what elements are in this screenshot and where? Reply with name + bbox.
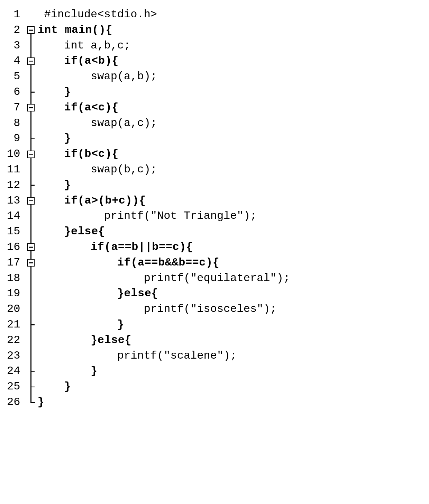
line-number: 15 (7, 224, 20, 240)
code-line: if(a==b||b==c){ (37, 240, 290, 255)
gutter-cell (26, 7, 37, 22)
code-area: #include<stdio.h>int main(){ int a,b,c; … (37, 7, 290, 410)
gutter-cell (26, 38, 37, 54)
line-number: 18 (7, 271, 20, 286)
code-text-span: swap(a,c); (37, 117, 157, 129)
fold-toggle-icon[interactable] (27, 26, 35, 34)
code-text-span (37, 132, 64, 145)
code-line: printf("scalene"); (37, 348, 290, 364)
code-line: } (37, 363, 290, 379)
code-line: }else{ (37, 333, 290, 348)
code-keyword-span: if(a==b||b==c){ (91, 241, 193, 253)
gutter-cell (26, 317, 37, 333)
code-line: } (37, 395, 290, 410)
code-keyword-span: } (64, 86, 71, 98)
line-number: 8 (7, 116, 20, 131)
code-line: printf("Not Triangle"); (37, 208, 290, 224)
code-text-span (37, 334, 91, 346)
line-number: 23 (7, 348, 20, 364)
line-number: 14 (7, 208, 20, 224)
code-keyword-span: }else{ (91, 334, 131, 346)
gutter-cell (26, 302, 37, 317)
gutter-cell (26, 224, 37, 240)
code-line: if(a==b&&b==c){ (37, 255, 290, 271)
line-number: 4 (7, 53, 20, 69)
gutter-cell (26, 286, 37, 302)
code-line: } (37, 131, 290, 146)
code-line: if(b<c){ (37, 146, 290, 162)
code-text-span (37, 241, 91, 253)
gutter-cell (26, 146, 37, 162)
code-keyword-span: } (117, 318, 124, 331)
line-number-gutter: 1234567891011121314151617181920212223242… (7, 7, 26, 410)
code-text-span (37, 194, 64, 207)
code-text-span: printf("isosceles"); (37, 303, 276, 315)
gutter-cell (26, 131, 37, 146)
code-text-span: int a,b,c; (37, 39, 130, 52)
code-line: if(a<b){ (37, 53, 290, 69)
code-line: printf("isosceles"); (37, 302, 290, 317)
code-editor: 1234567891011121314151617181920212223242… (7, 7, 422, 410)
code-text-span (37, 318, 117, 331)
code-text-span (37, 101, 64, 114)
code-keyword-span: if(a<b){ (64, 54, 119, 67)
code-keyword-span: }else{ (117, 287, 158, 300)
code-text-span (37, 86, 64, 98)
code-text-span (37, 287, 117, 300)
gutter-cell (26, 395, 37, 410)
code-text-span (37, 380, 64, 393)
line-number: 22 (7, 333, 20, 348)
code-text-span (37, 364, 91, 377)
fold-toggle-icon[interactable] (27, 57, 35, 65)
fold-toggle-icon[interactable] (27, 151, 35, 158)
line-number: 24 (7, 363, 20, 379)
line-number: 17 (7, 255, 20, 271)
code-line: swap(b,c); (37, 162, 290, 178)
line-number: 12 (7, 178, 20, 193)
code-line: printf("equilateral"); (37, 271, 290, 286)
gutter-cell (26, 100, 37, 116)
code-text-span (37, 147, 64, 160)
code-keyword-span: if(b<c){ (64, 147, 119, 160)
gutter-cell (26, 208, 37, 224)
line-number: 2 (7, 22, 20, 38)
code-line: } (37, 317, 290, 333)
gutter-cell (26, 271, 37, 286)
fold-toggle-icon[interactable] (27, 197, 35, 205)
code-keyword-span: }else{ (64, 225, 105, 238)
code-line: swap(a,b); (37, 69, 290, 84)
fold-toggle-icon[interactable] (27, 259, 35, 267)
line-number: 9 (7, 131, 20, 146)
gutter-cell (26, 84, 37, 100)
fold-toggle-icon[interactable] (27, 243, 35, 251)
code-text-span: printf("equilateral"); (37, 272, 290, 285)
gutter-cell (26, 255, 37, 271)
code-text-span (37, 225, 64, 238)
code-keyword-span: if(a<c){ (64, 101, 119, 114)
code-line: if(a>(b+c)){ (37, 193, 290, 209)
line-number: 1 (7, 7, 20, 22)
code-line: int a,b,c; (37, 38, 290, 54)
fold-toggle-icon[interactable] (27, 104, 35, 111)
line-number: 11 (7, 162, 20, 178)
code-keyword-span: if(a==b&&b==c){ (117, 256, 220, 269)
line-number: 10 (7, 146, 20, 162)
code-line: } (37, 379, 290, 395)
fold-gutter (26, 7, 37, 410)
code-text-span (37, 256, 117, 269)
gutter-cell (26, 116, 37, 131)
code-line: } (37, 178, 290, 193)
line-number: 19 (7, 286, 20, 302)
line-number: 16 (7, 240, 20, 255)
code-keyword-span: } (64, 380, 71, 393)
code-line: #include<stdio.h> (37, 7, 290, 22)
code-line: int main(){ (37, 22, 290, 38)
code-text-span: swap(a,b); (37, 70, 157, 83)
gutter-cell (26, 193, 37, 209)
gutter-cell (26, 348, 37, 364)
gutter-cell (26, 363, 37, 379)
code-text-span (37, 54, 64, 67)
line-number: 7 (7, 100, 20, 116)
code-line: } (37, 84, 290, 100)
line-number: 5 (7, 69, 20, 84)
